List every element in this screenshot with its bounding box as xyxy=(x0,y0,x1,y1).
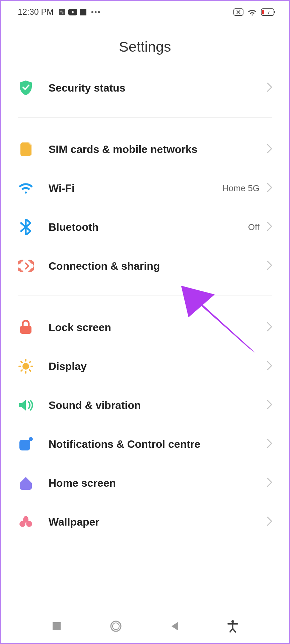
row-label: Display xyxy=(49,360,267,373)
row-value: Home 5G xyxy=(222,183,260,194)
chevron-right-icon xyxy=(267,83,272,93)
svg-rect-2 xyxy=(80,9,86,15)
row-sim-cards[interactable]: SIM cards & mobile networks xyxy=(1,130,289,169)
svg-line-15 xyxy=(29,370,30,371)
svg-rect-6 xyxy=(262,10,264,14)
home-icon xyxy=(18,475,34,491)
no-sim-icon xyxy=(233,8,243,16)
svg-point-9 xyxy=(22,363,29,370)
notifications-icon xyxy=(18,436,34,452)
wifi-icon xyxy=(18,180,34,196)
svg-rect-8 xyxy=(20,326,31,334)
svg-point-22 xyxy=(113,623,119,630)
svg-rect-5 xyxy=(274,11,275,13)
nav-accessibility-button[interactable] xyxy=(227,620,238,634)
transfer-icon xyxy=(58,8,66,16)
svg-text:7: 7 xyxy=(267,10,270,15)
status-bar: 12:30 PM ••• 7 xyxy=(1,1,289,20)
row-label: Lock screen xyxy=(49,321,267,334)
svg-rect-20 xyxy=(53,622,61,630)
flower-icon xyxy=(18,514,34,530)
row-value: Off xyxy=(248,222,260,232)
shield-check-icon xyxy=(18,80,34,96)
navigation-bar xyxy=(1,611,289,643)
chevron-right-icon xyxy=(267,361,272,372)
row-label: Bluetooth xyxy=(49,221,248,233)
row-connection-sharing[interactable]: Connection & sharing xyxy=(1,247,289,285)
connection-sharing-icon xyxy=(18,258,34,274)
chevron-right-icon xyxy=(267,478,272,488)
chevron-right-icon xyxy=(267,183,272,194)
svg-line-16 xyxy=(21,370,22,371)
row-label: Wi-Fi xyxy=(49,182,222,195)
wifi-status-icon xyxy=(247,8,257,16)
youtube-icon xyxy=(68,9,77,15)
row-label: Security status xyxy=(49,82,267,94)
status-time: 12:30 PM xyxy=(18,7,54,17)
battery-icon: 7 xyxy=(261,8,276,16)
chevron-right-icon xyxy=(267,400,272,411)
row-label: Notifications & Control centre xyxy=(49,438,267,450)
sun-icon xyxy=(18,358,34,374)
svg-line-14 xyxy=(21,362,22,363)
row-lock-screen[interactable]: Lock screen xyxy=(1,308,289,347)
row-label: Sound & vibration xyxy=(49,399,267,412)
svg-rect-18 xyxy=(19,440,30,450)
section-divider xyxy=(18,117,272,118)
chevron-right-icon xyxy=(267,322,272,333)
row-sound-vibration[interactable]: Sound & vibration xyxy=(1,386,289,425)
chevron-right-icon xyxy=(267,517,272,527)
sim-card-icon xyxy=(18,141,34,157)
svg-line-17 xyxy=(29,362,30,363)
chevron-right-icon xyxy=(267,439,272,449)
chevron-right-icon xyxy=(267,144,272,155)
row-label: Home screen xyxy=(49,477,267,489)
chevron-right-icon xyxy=(267,261,272,271)
app-square-icon xyxy=(80,9,86,15)
row-wallpaper[interactable]: Wallpaper xyxy=(1,502,289,541)
row-label: SIM cards & mobile networks xyxy=(49,143,267,156)
settings-list: Security status SIM cards & mobile netwo… xyxy=(1,68,289,541)
svg-rect-0 xyxy=(59,9,65,15)
row-wifi[interactable]: Wi-Fi Home 5G xyxy=(1,169,289,208)
svg-point-23 xyxy=(231,620,234,623)
nav-home-button[interactable] xyxy=(110,620,122,634)
row-label: Wallpaper xyxy=(49,516,267,528)
nav-back-button[interactable] xyxy=(170,621,179,633)
lock-icon xyxy=(18,319,34,335)
chevron-right-icon xyxy=(267,222,272,232)
row-security-status[interactable]: Security status xyxy=(1,68,289,107)
bluetooth-icon xyxy=(18,219,34,235)
speaker-icon xyxy=(18,397,34,413)
more-dots-icon: ••• xyxy=(91,8,101,16)
row-display[interactable]: Display xyxy=(1,347,289,386)
section-divider xyxy=(18,296,272,296)
row-bluetooth[interactable]: Bluetooth Off xyxy=(1,208,289,247)
row-label: Connection & sharing xyxy=(49,260,267,272)
svg-point-19 xyxy=(29,437,33,441)
page-title: Settings xyxy=(1,20,289,68)
row-home-screen[interactable]: Home screen xyxy=(1,464,289,502)
row-notifications[interactable]: Notifications & Control centre xyxy=(1,425,289,464)
nav-recent-button[interactable] xyxy=(52,622,61,632)
